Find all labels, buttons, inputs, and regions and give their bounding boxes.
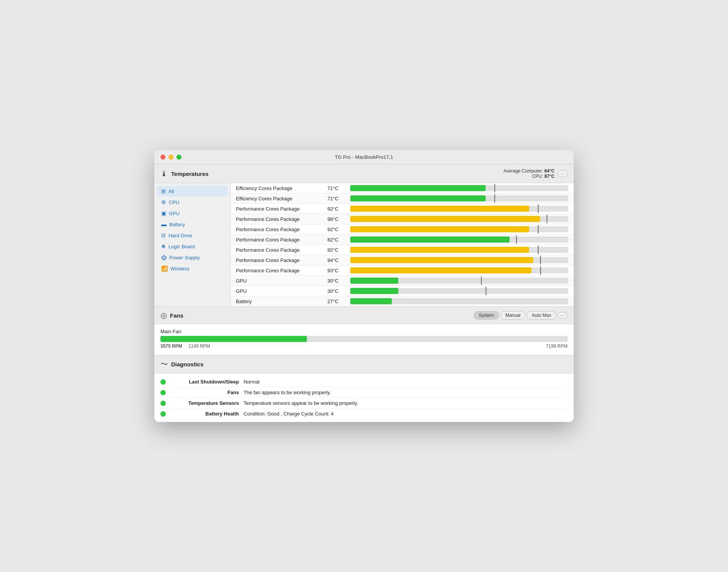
all-icon: ⊞ [161,188,166,194]
sidebar-item-battery[interactable]: ▬ Battery [157,219,228,230]
harddrive-icon: ⊟ [161,232,166,238]
temp-bar [350,278,398,284]
gpu-icon: ▣ [161,210,166,216]
temp-bar [350,185,486,191]
fan-current-rpm: 3575 RPM 1199 RPM [160,344,210,349]
temp-row-name: Performance Cores Package [236,206,327,212]
temp-row-name: Performance Cores Package [236,247,327,253]
sidebar-item-wireless[interactable]: 📶 Wireless [157,263,228,274]
sidebar-item-hard-drive[interactable]: ⊟ Hard Drive [157,230,228,241]
traffic-lights [160,155,181,160]
fan-manual-button[interactable]: Manual [500,311,525,320]
fans-icon: ◎ [160,311,167,320]
diag-value: Temperature sensors appear to be working… [244,400,358,406]
app-window: TG Pro - MacBookPro17,1 🌡 Temperatures A… [154,150,574,422]
titlebar: TG Pro - MacBookPro17,1 [154,150,574,165]
fans-header: ◎ Fans System Manual Auto Max ··· [154,307,574,324]
fans-more-button[interactable]: ··· [558,312,568,319]
temp-row-value: 93°C [327,268,350,273]
close-button[interactable] [160,155,165,160]
temp-row-name: GPU [236,288,327,294]
fans-controls: System Manual Auto Max ··· [474,311,568,320]
temperatures-header: 🌡 Temperatures Average Computer: 64°C CP… [154,165,574,183]
cpu-icon: ⚙ [161,199,166,205]
avg-label: Average Computer: [504,168,543,174]
fan-rpm-bold: 3575 RPM [160,344,182,349]
temp-row-value: 92°C [327,247,350,253]
temperature-row: Performance Cores Package 92°C [231,245,574,255]
temperature-row: Performance Cores Package 98°C [231,214,574,224]
diag-status-dot [160,390,166,395]
temperatures-more-button[interactable]: ··· [558,170,568,177]
fan-max-rpm: 7199 RPM [546,344,568,349]
temp-bar [350,257,533,263]
diagnostics-row: Last Shutdown/Sleep Normal [160,377,568,387]
diagnostics-body: Last Shutdown/Sleep Normal Fans The fan … [154,374,574,422]
sidebar-item-logic-board[interactable]: ❋ Logic Board [157,241,228,252]
temp-row-name: Performance Cores Package [236,257,327,263]
temp-bar-container [350,278,568,284]
temp-bar-container [350,185,568,191]
diagnostics-header: 〜 Diagnostics [154,355,574,374]
diag-status-dot [160,411,166,417]
diag-label: Battery Health [170,411,239,417]
fan-automax-button[interactable]: Auto Max [527,311,556,320]
maximize-button[interactable] [176,155,181,160]
temp-bar [350,298,392,304]
diagnostics-row: Fans The fan appears to be working prope… [160,387,568,398]
temp-row-value: 82°C [327,237,350,243]
temperature-row: Performance Cores Package 94°C [231,255,574,265]
fan-bar [160,336,307,342]
fan-system-button[interactable]: System [474,311,499,320]
temp-row-name: Performance Cores Package [236,216,327,222]
temp-bar [350,247,529,253]
temp-row-value: 98°C [327,216,350,222]
avg-value: 64°C [544,168,555,174]
sidebar-item-all[interactable]: ⊞ All [157,186,228,197]
temperature-row: Efficiency Cores Package 71°C [231,183,574,193]
main-content: 🌡 Temperatures Average Computer: 64°C CP… [154,165,574,422]
temp-bar [350,216,540,222]
temp-bar-container [350,216,568,222]
sidebar-item-cpu[interactable]: ⚙ CPU [157,197,228,208]
temperatures-body: ⊞ All ⚙ CPU ▣ GPU ▬ Battery ⊟ Hard Dri [154,183,574,307]
sidebar-label-gpu: GPU [169,211,180,216]
temperature-row: GPU 30°C [231,276,574,286]
diag-label: Last Shutdown/Sleep [170,379,239,385]
temp-bar-container [350,206,568,212]
sidebar-label-all: All [168,189,174,194]
sidebar-label-wireless: Wireless [170,266,189,272]
temp-row-value: 71°C [327,196,350,201]
temperature-row: Performance Cores Package 82°C [231,235,574,245]
diagnostics-title: Diagnostics [171,361,204,367]
diag-value: The fan appears to be working properly. [244,390,331,395]
sidebar-item-power-supply[interactable]: ⏻ Power Supply [157,252,228,263]
temp-bar [350,206,529,212]
temp-row-value: 27°C [327,299,350,304]
sidebar-label-battery: Battery [169,222,185,227]
temp-bar-container [350,267,568,273]
minimize-button[interactable] [168,155,173,160]
window-title: TG Pro - MacBookPro17,1 [335,154,393,160]
battery-icon: ▬ [161,221,167,227]
temp-bar [350,226,529,232]
temp-row-value: 30°C [327,288,350,294]
temp-row-name: Efficiency Cores Package [236,196,327,201]
diag-label: Fans [170,390,239,395]
fan-values: 3575 RPM 1199 RPM 7199 RPM [160,344,568,349]
cpu-value: 87°C [544,174,555,179]
temp-bar [350,288,398,294]
sidebar-item-gpu[interactable]: ▣ GPU [157,208,228,219]
sidebar-label-logicboard: Logic Board [168,244,195,249]
diagnostics-row: Temperature Sensors Temperature sensors … [160,398,568,409]
diag-label: Temperature Sensors [170,400,239,406]
diagnostics-row: Battery Health Condition: Good , Charge … [160,409,568,419]
diag-value: Condition: Good , Charge Cycle Count: 4 [244,411,334,417]
fan-name: Main Fan [160,329,568,334]
temp-row-name: Performance Cores Package [236,237,327,243]
wireless-icon: 📶 [161,265,168,272]
temp-bar-container [350,298,568,304]
temp-bar-container [350,247,568,253]
temp-row-name: Performance Cores Package [236,227,327,232]
thermometer-icon: 🌡 [160,169,168,178]
